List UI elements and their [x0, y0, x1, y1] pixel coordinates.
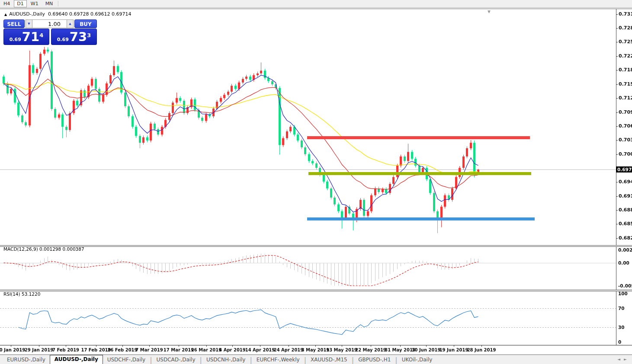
date-tick [400, 345, 401, 347]
date-label: 26 Feb 2019 [107, 348, 137, 352]
tab-scroll-right-icon[interactable]: ► [624, 357, 630, 361]
date-tick [66, 345, 66, 347]
timeframe-button-h4[interactable]: H4 [0, 0, 13, 7]
toolbar-separator [58, 1, 59, 6]
price-tick [616, 238, 618, 239]
tab-usdcnhdaily[interactable]: USDCNH-,Daily [202, 356, 250, 364]
price-tick [616, 28, 618, 29]
date-tick [315, 345, 316, 347]
price-tick [616, 196, 618, 197]
price-tick-label: 0.68825 [619, 207, 632, 213]
macd-scale-label: 0.002984 [618, 247, 632, 252]
price-tick-label: 0.72505 [619, 39, 632, 45]
date-label: 20 Jan 2019 [0, 348, 25, 352]
current-price-box: 0.69714 [616, 166, 632, 172]
timeframe-button-mn[interactable]: MN [42, 0, 56, 7]
price-tick [616, 70, 618, 70]
price-tick-label: 0.70360 [619, 137, 632, 143]
volume-input[interactable] [32, 19, 67, 28]
tab-eurusddaily[interactable]: EURUSD-,Daily [3, 356, 50, 364]
autoscroll-marker-icon[interactable]: ▼ [488, 10, 491, 14]
date-label: 7 Mar 2019 [135, 348, 163, 352]
date-tick [149, 345, 150, 347]
sell-price-button[interactable]: 0.69 71 4 [3, 29, 49, 45]
tab-usdchfdaily[interactable]: USDCHF-,Daily [103, 356, 150, 364]
date-tick [481, 345, 482, 347]
panel-splitter-rsi[interactable] [0, 290, 632, 291]
timeframe-button-w1[interactable]: W1 [28, 0, 42, 7]
tab-audusddaily[interactable]: AUDUSD-,Daily [50, 355, 103, 364]
date-label: 19 Jun 2019 [440, 348, 468, 352]
macd-scale-label: -0.005256 [618, 283, 632, 288]
volume-decrease-button[interactable]: ▼ [26, 19, 32, 28]
date-label: 7 Feb 2019 [52, 348, 79, 352]
volume-increase-button[interactable]: ▲ [67, 19, 74, 28]
macd-scale-label: 0.00 [618, 260, 629, 265]
price-tick [616, 154, 618, 155]
price-tick [616, 182, 618, 182]
buy-price-button[interactable]: 0.69 73 3 [51, 29, 97, 45]
date-tick [179, 345, 179, 347]
price-tick-label: 0.68520 [619, 221, 632, 227]
tab-scroll-arrows[interactable]: ◄► [617, 357, 630, 361]
date-label: 17 Mar 2019 [164, 348, 194, 352]
chart-title: ▲AUDUSD-,Daily 0.69640 0.69728 0.69612 0… [4, 11, 131, 17]
date-tick [454, 345, 454, 347]
tab-usdcaddaily[interactable]: USDCAD-,Daily [152, 356, 200, 364]
date-label: 24 Apr 2019 [274, 348, 304, 352]
date-tick [342, 345, 342, 347]
tab-scroll-left-icon[interactable]: ◄ [617, 357, 624, 361]
chart-window: ▲AUDUSD-,Daily 0.69640 0.69728 0.69612 0… [0, 9, 632, 355]
price-tick [616, 224, 618, 224]
date-tick [39, 345, 39, 347]
tab-eurchfweekly[interactable]: EURCHF-,Weekly [252, 356, 304, 364]
sell-price-sup: 4 [39, 30, 43, 41]
macd-label: MACD(12,26,9) 0.001298 0.000387 [3, 246, 84, 252]
ohlc-values: 0.69640 0.69728 0.69612 0.69714 [48, 11, 131, 17]
date-label: 31 May 2019 [385, 348, 416, 352]
date-label: 4 Apr 2019 [219, 348, 246, 352]
price-tick [616, 140, 618, 140]
date-tick [426, 345, 427, 347]
date-label: 29 Jan 2019 [25, 348, 53, 352]
price-tick [616, 112, 618, 113]
buy-price-prefix: 0.69 [57, 36, 69, 43]
timeframe-toolbar: H4D1W1MN [0, 0, 632, 8]
price-tick-label: 0.71585 [619, 81, 632, 87]
price-tick-label: 0.71280 [619, 95, 632, 101]
price-tick [616, 14, 618, 15]
timeframe-button-d1[interactable]: D1 [14, 0, 26, 7]
sell-price-prefix: 0.69 [10, 36, 21, 43]
date-label: 13 May 2019 [326, 348, 357, 352]
price-tick [616, 210, 618, 211]
rsi-indicator-canvas[interactable] [0, 292, 616, 345]
panel-splitter-macd[interactable] [0, 245, 632, 247]
date-tick [371, 345, 371, 347]
sell-price-big: 71 [22, 31, 39, 43]
collapse-arrow-icon[interactable]: ▲ [4, 13, 7, 16]
date-tick [289, 345, 289, 347]
rsi-scale-label: 70 [618, 306, 625, 311]
buy-button[interactable]: BUY [74, 19, 97, 28]
one-click-trade-panel: SELL ▼ ▲ BUY 0.69 71 4 0.69 73 3 [3, 19, 97, 45]
price-tick [616, 98, 618, 99]
tab-gbpusdh1[interactable]: GBPUSD-,H1 [354, 356, 395, 364]
sell-button[interactable]: SELL [3, 19, 25, 28]
macd-indicator-canvas[interactable] [0, 247, 616, 290]
date-tick [232, 345, 233, 347]
tab-xauusdm15[interactable]: XAUUSD-,M15 [306, 356, 352, 364]
rsi-scale-label: 30 [618, 325, 625, 330]
price-tick-label: 0.72810 [619, 25, 632, 31]
date-label: 28 Jun 2019 [467, 348, 496, 352]
rsi-scale-label: 100 [618, 291, 628, 296]
date-tick [96, 345, 96, 347]
date-label: 22 May 2019 [355, 348, 386, 352]
date-label: 3 May 2019 [302, 348, 330, 352]
price-tick-label: 0.70050 [619, 151, 632, 157]
date-tick [122, 345, 123, 347]
date-label: 17 Feb 2019 [81, 348, 111, 352]
price-tick [616, 84, 618, 85]
tab-ukoildaily[interactable]: UKOil-,Daily [398, 356, 437, 364]
price-tick-label: 0.71890 [619, 67, 632, 73]
price-axis-line [616, 9, 616, 345]
